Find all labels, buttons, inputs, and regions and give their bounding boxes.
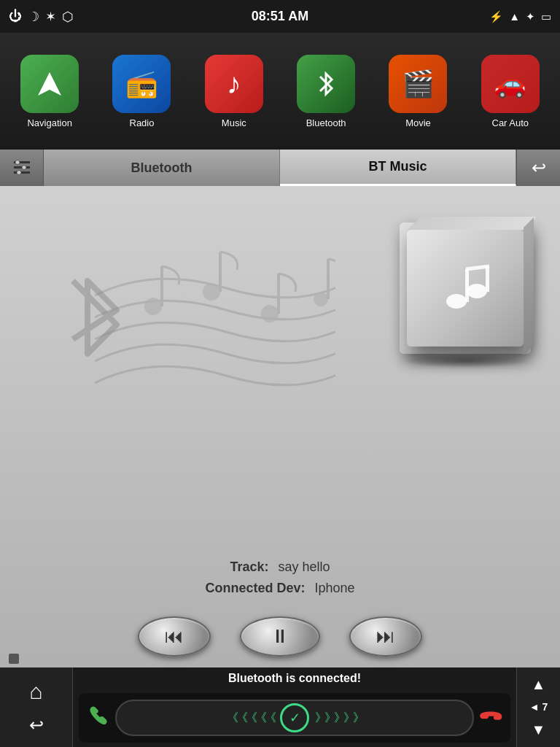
- skip-left-icon[interactable]: 《《《《《: [227, 711, 274, 726]
- power-icon: ⏻: [9, 9, 22, 24]
- status-left-icons: ⏻ ☽ ✶ ⬡: [9, 9, 74, 25]
- app-bluetooth[interactable]: Bluetooth: [297, 55, 355, 128]
- svg-point-13: [314, 292, 328, 306]
- app-music[interactable]: ♪ Music: [205, 55, 263, 128]
- next-button[interactable]: ⏭: [349, 616, 422, 657]
- svg-rect-18: [486, 266, 489, 292]
- svg-point-4: [15, 160, 20, 165]
- call-end-button[interactable]: [480, 704, 503, 732]
- status-bar: ⏻ ☽ ✶ ⬡ 08:51 AM ⚡ ▲ ✦ ▭: [0, 0, 560, 33]
- bluetooth-icon-bg: [297, 55, 355, 113]
- device-label: Connected Dev:: [205, 581, 305, 595]
- carauto-label: Car Auto: [492, 117, 529, 128]
- navigation-label: Navigation: [27, 117, 71, 128]
- pause-icon: ⏸: [271, 625, 289, 648]
- prev-button[interactable]: ⏮: [138, 616, 211, 657]
- track-label: Track:: [230, 560, 268, 574]
- back-nav-button[interactable]: ↩: [29, 715, 44, 735]
- app-carauto[interactable]: 🚗 Car Auto: [481, 55, 540, 128]
- svg-rect-3: [14, 171, 30, 174]
- movie-label: Movie: [405, 117, 431, 128]
- app-movie[interactable]: 🎬 Movie: [389, 55, 447, 128]
- bottom-center: Bluetooth is connected! 《《《《《 ✓ 》》》》》: [73, 667, 516, 747]
- svg-point-17: [467, 284, 487, 298]
- bt-status-text: Bluetooth is connected!: [228, 672, 361, 685]
- svg-point-5: [22, 166, 26, 170]
- svg-rect-16: [465, 269, 469, 302]
- volume-down-button[interactable]: ▼: [532, 721, 546, 738]
- tab-bluetooth[interactable]: Bluetooth: [44, 150, 280, 186]
- movie-icon-bg: 🎬: [389, 55, 447, 113]
- progress-circle: ✓: [280, 703, 309, 732]
- radio-label: Radio: [130, 117, 155, 128]
- moon-icon: ☽: [28, 9, 39, 25]
- status-right-icons: ⚡ ▲ ✦ ▭: [489, 10, 551, 23]
- app-grid: Navigation 📻 Radio ♪ Music Bluetooth 🎬 M…: [0, 33, 560, 150]
- record-indicator: [9, 654, 19, 664]
- player-controls: ⏮ ⏸ ⏭: [0, 616, 560, 657]
- carauto-icon-bg: 🚗: [481, 55, 540, 113]
- check-icon: ✓: [289, 710, 300, 726]
- next-icon: ⏭: [376, 625, 395, 648]
- wifi-icon: ▲: [509, 10, 520, 23]
- prev-icon: ⏮: [165, 625, 184, 648]
- navigation-icon: [20, 55, 79, 113]
- bt-music-illustration: [22, 208, 335, 492]
- battery-icon: ▭: [541, 10, 551, 23]
- track-value: say hello: [279, 560, 330, 574]
- settings-button[interactable]: [0, 150, 44, 186]
- music-icon-bg: ♪: [205, 55, 263, 113]
- volume-label: ◄ 7: [529, 701, 548, 713]
- brightness-icon: ✶: [45, 9, 56, 25]
- bt-progress-display: 《《《《《 ✓ 》》》》》: [115, 700, 474, 736]
- back-button[interactable]: ↩: [516, 150, 560, 186]
- svg-point-7: [144, 298, 162, 315]
- track-line: Track: say hello: [0, 560, 560, 575]
- tab-btmusic[interactable]: BT Music: [280, 150, 516, 186]
- pause-button[interactable]: ⏸: [240, 616, 320, 657]
- bottom-vol-right: ▲ ◄ 7 ▼: [516, 667, 560, 747]
- svg-point-15: [446, 294, 467, 309]
- device-line: Connected Dev: Iphone: [0, 581, 560, 596]
- device-value: Iphone: [314, 581, 354, 595]
- skip-right-icon[interactable]: 》》》》》: [315, 711, 362, 726]
- call-accept-button[interactable]: [86, 704, 109, 732]
- svg-point-6: [17, 171, 21, 175]
- app-navigation[interactable]: Navigation: [20, 55, 79, 128]
- svg-point-11: [261, 305, 279, 322]
- status-time: 08:51 AM: [252, 9, 308, 24]
- bluetooth-status-icon: ✦: [526, 10, 535, 23]
- track-info: Track: say hello Connected Dev: Iphone: [0, 560, 560, 602]
- bottom-bar: ⌂ ↩ Bluetooth is connected! 《《《《《 ✓ 》》》》…: [0, 667, 560, 747]
- bluetooth-label: Bluetooth: [306, 117, 346, 128]
- bottom-nav-left: ⌂ ↩: [0, 667, 73, 747]
- home-button[interactable]: ⌂: [29, 679, 42, 704]
- bt-controls-row: 《《《《《 ✓ 》》》》》: [79, 693, 510, 743]
- svg-point-9: [203, 283, 220, 301]
- usb-icon: ⚡: [489, 10, 503, 23]
- album-art: [400, 222, 531, 354]
- volume-up-button[interactable]: ▲: [532, 676, 546, 693]
- main-content: Track: say hello Connected Dev: Iphone ⏮…: [0, 186, 560, 667]
- rotate-icon: ⬡: [62, 9, 74, 25]
- back-icon: ↩: [532, 158, 546, 178]
- radio-icon-bg: 📻: [112, 55, 171, 113]
- music-label: Music: [222, 117, 246, 128]
- album-art-container: [400, 222, 531, 354]
- tab-bar: Bluetooth BT Music ↩: [0, 150, 560, 186]
- svg-marker-0: [38, 72, 61, 96]
- app-radio[interactable]: 📻 Radio: [112, 55, 171, 128]
